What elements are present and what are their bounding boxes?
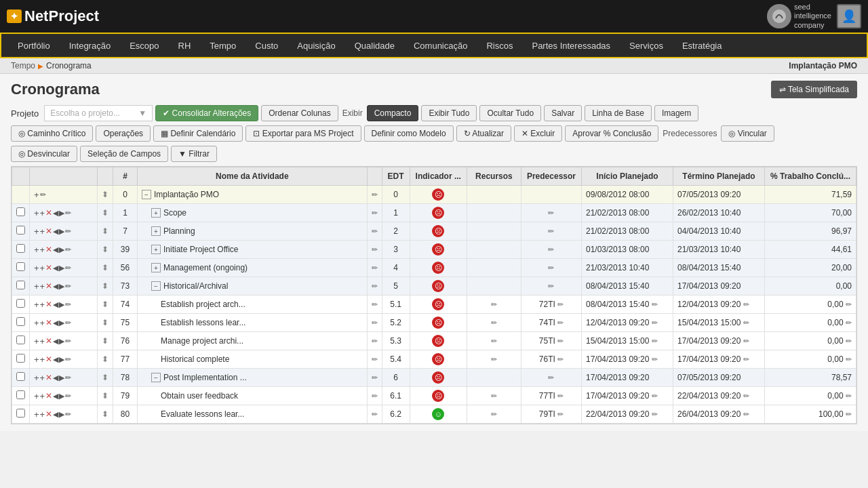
- add-action-icon[interactable]: +: [34, 208, 39, 218]
- row-checkbox[interactable]: [16, 226, 25, 235]
- name-edit-cell[interactable]: ✏: [367, 369, 382, 387]
- pct-edit-icon[interactable]: ✏: [846, 355, 852, 363]
- predecessor-edit-icon[interactable]: ✏: [557, 300, 564, 308]
- row-checkbox[interactable]: [16, 281, 25, 289]
- remove-action-icon[interactable]: ✕: [45, 336, 52, 346]
- name-edit-icon[interactable]: ✏: [372, 373, 378, 382]
- drag-icon[interactable]: ⬍: [102, 226, 108, 236]
- inicio-edit-icon[interactable]: ✏: [652, 355, 658, 363]
- edit-action-icon[interactable]: ✏: [65, 355, 71, 364]
- prev-action-icon[interactable]: ◀: [53, 355, 58, 364]
- next-action-icon[interactable]: ▶: [59, 264, 64, 272]
- nav-item-qualidade[interactable]: Qualidade: [345, 35, 404, 56]
- resources-edit-icon[interactable]: ✏: [491, 300, 497, 308]
- name-edit-icon[interactable]: ✏: [372, 282, 378, 290]
- expand-icon[interactable]: −: [151, 281, 161, 291]
- predecessor-edit-icon[interactable]: ✏: [557, 319, 564, 327]
- prev-action-icon[interactable]: ◀: [53, 410, 58, 419]
- imagem-button[interactable]: Imagem: [654, 105, 698, 121]
- drag-cell[interactable]: ⬍: [98, 186, 113, 204]
- drag-icon[interactable]: ⬍: [102, 300, 108, 309]
- drag-cell[interactable]: ⬍: [98, 387, 113, 405]
- resources-edit-icon[interactable]: ✏: [491, 319, 497, 327]
- name-edit-icon[interactable]: ✏: [372, 190, 378, 199]
- drag-icon[interactable]: ⬍: [102, 354, 108, 364]
- add-action-icon[interactable]: +: [34, 318, 39, 328]
- atualizar-button[interactable]: ↻ Atualizar: [456, 125, 511, 142]
- row-checkbox[interactable]: [16, 372, 25, 381]
- drag-icon[interactable]: ⬍: [102, 391, 108, 401]
- edit-action-icon[interactable]: ✏: [65, 209, 71, 218]
- compacto-button[interactable]: Compacto: [367, 105, 419, 121]
- remove-action-icon[interactable]: ✕: [45, 409, 52, 419]
- add-action-icon2[interactable]: +: [40, 409, 45, 420]
- predecessor-edit-icon[interactable]: ✏: [548, 227, 554, 235]
- edit-action-icon[interactable]: ✏: [65, 227, 71, 236]
- next-action-icon[interactable]: ▶: [59, 245, 64, 254]
- add-action-icon2[interactable]: +: [40, 354, 45, 365]
- nav-item-portfolio[interactable]: Portfólio: [8, 35, 60, 56]
- salvar-button[interactable]: Salvar: [544, 105, 582, 121]
- next-action-icon[interactable]: ▶: [59, 300, 64, 309]
- edit-icon-0[interactable]: ✏: [40, 190, 46, 199]
- row-checkbox[interactable]: [16, 390, 25, 399]
- name-edit-icon[interactable]: ✏: [372, 300, 378, 308]
- termino-edit-icon[interactable]: ✏: [743, 337, 749, 345]
- add-action-icon[interactable]: +: [34, 409, 39, 420]
- consolidar-button[interactable]: ✔ Consolidar Alterações: [155, 105, 258, 121]
- drag-cell[interactable]: ⬍: [98, 222, 113, 241]
- prev-action-icon[interactable]: ◀: [53, 227, 58, 236]
- excluir-button[interactable]: ✕ Excluir: [514, 125, 562, 142]
- remove-action-icon[interactable]: ✕: [45, 226, 52, 236]
- nav-item-comunicacao[interactable]: Comunicação: [404, 35, 477, 56]
- definir-modelo-button[interactable]: Definir como Modelo: [364, 125, 454, 142]
- pct-edit-icon[interactable]: ✏: [846, 300, 852, 308]
- add-action-icon2[interactable]: +: [40, 336, 45, 346]
- vincular-button[interactable]: ◎ Vincular: [721, 125, 774, 142]
- name-edit-icon[interactable]: ✏: [372, 410, 378, 418]
- add-action-icon[interactable]: +: [34, 281, 39, 291]
- drag-icon[interactable]: ⬍: [102, 409, 108, 419]
- simplified-view-button[interactable]: ⇌ Tela Simplificada: [771, 81, 857, 98]
- termino-edit-icon[interactable]: ✏: [743, 300, 749, 308]
- drag-cell[interactable]: ⬍: [98, 405, 113, 424]
- prev-action-icon[interactable]: ◀: [53, 319, 58, 327]
- name-edit-cell[interactable]: ✏: [367, 332, 382, 350]
- predecessor-edit-icon[interactable]: ✏: [557, 392, 564, 400]
- drag-cell[interactable]: ⬍: [98, 314, 113, 332]
- row-checkbox[interactable]: [16, 317, 25, 326]
- drag-cell[interactable]: ⬍: [98, 241, 113, 259]
- pct-edit-icon[interactable]: ✏: [846, 410, 852, 418]
- prev-action-icon[interactable]: ◀: [53, 373, 58, 382]
- name-edit-cell[interactable]: ✏: [367, 314, 382, 332]
- caminho-critico-button[interactable]: ◎ Caminho Crítico: [11, 125, 93, 142]
- prev-action-icon[interactable]: ◀: [53, 245, 58, 254]
- name-edit-cell[interactable]: ✏: [367, 350, 382, 369]
- user-avatar[interactable]: 👤: [837, 4, 861, 28]
- nav-item-escopo[interactable]: Escopo: [120, 35, 168, 56]
- prev-action-icon[interactable]: ◀: [53, 392, 58, 401]
- edit-action-icon[interactable]: ✏: [65, 392, 71, 401]
- prev-action-icon[interactable]: ◀: [53, 264, 58, 272]
- row-checkbox[interactable]: [16, 244, 25, 253]
- drag-icon[interactable]: ⬍: [102, 336, 108, 346]
- next-action-icon[interactable]: ▶: [59, 355, 64, 364]
- add-action-icon2[interactable]: +: [40, 208, 45, 218]
- add-action-icon2[interactable]: +: [40, 373, 45, 383]
- expand-icon[interactable]: +: [151, 263, 161, 272]
- prev-action-icon[interactable]: ◀: [53, 282, 58, 291]
- drag-cell[interactable]: ⬍: [98, 277, 113, 296]
- termino-edit-icon[interactable]: ✏: [743, 392, 749, 400]
- inicio-edit-icon[interactable]: ✏: [652, 410, 658, 418]
- add-action-icon2[interactable]: +: [40, 245, 45, 255]
- predecessor-edit-icon[interactable]: ✏: [548, 282, 554, 290]
- nav-item-rh[interactable]: RH: [169, 35, 201, 56]
- drag-cell[interactable]: ⬍: [98, 204, 113, 222]
- prev-action-icon[interactable]: ◀: [53, 337, 58, 346]
- add-action-icon2[interactable]: +: [40, 300, 45, 310]
- add-icon-0[interactable]: +: [34, 190, 39, 200]
- nav-item-aquisicao[interactable]: Aquisição: [288, 35, 344, 56]
- ordenar-button[interactable]: Ordenar Colunas: [261, 105, 338, 121]
- prev-action-icon[interactable]: ◀: [53, 209, 58, 218]
- remove-action-icon[interactable]: ✕: [45, 263, 52, 272]
